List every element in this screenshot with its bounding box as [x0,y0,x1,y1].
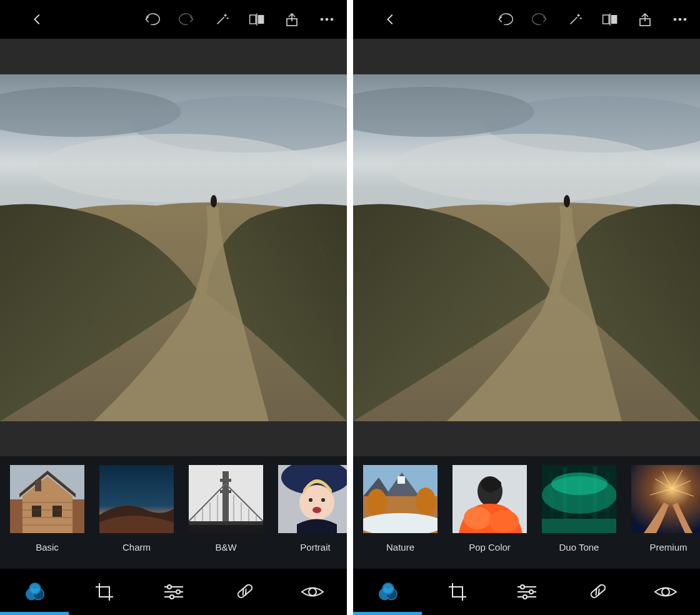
svg-rect-2 [258,15,264,24]
heal-tool-icon[interactable] [224,573,262,611]
svg-point-6 [321,18,324,21]
svg-point-60 [29,583,41,594]
back-icon[interactable] [29,11,46,28]
auto-enhance-icon[interactable] [213,11,231,28]
filter-basic-thumb [10,465,84,533]
svg-point-127 [521,585,524,589]
crop-tool-icon[interactable] [439,573,476,611]
auto-enhance-icon[interactable] [566,11,584,28]
filter-charm-thumb [99,465,174,533]
bottom-toolbar [353,569,700,615]
bottom-toolbar [0,569,347,615]
share-icon[interactable] [636,11,654,28]
filter-label: Duo Tone [559,542,599,552]
filter-label: Pop Color [469,542,511,552]
photo-canvas-area [0,39,347,456]
screen-right: Nature Pop Color [353,0,700,615]
filter-category-row[interactable]: Basic Charm [0,456,347,569]
filter-label: Premium [649,542,687,552]
svg-point-131 [523,595,527,599]
filter-basic[interactable]: Basic [5,465,89,552]
looks-tool-icon[interactable] [369,573,407,611]
redeye-tool-icon[interactable] [647,573,684,611]
edited-photo[interactable] [353,74,700,421]
svg-rect-30 [52,506,62,517]
svg-point-7 [326,18,329,21]
filter-label: Basic [36,542,59,552]
compare-icon[interactable] [248,11,266,28]
svg-point-129 [529,590,533,594]
undo-icon[interactable] [143,11,161,28]
redo-icon[interactable] [531,11,549,28]
filter-duotone[interactable]: Duo Tone [537,465,621,552]
filter-popcolor[interactable]: Pop Color [448,465,532,552]
top-toolbar [0,0,347,39]
filter-label: B&W [215,542,236,552]
svg-point-66 [170,595,174,599]
svg-point-83 [391,134,666,202]
compare-icon[interactable] [601,11,619,28]
svg-rect-29 [32,506,41,517]
svg-rect-132 [589,584,606,599]
svg-point-101 [416,488,436,515]
svg-point-55 [309,498,312,502]
filter-bw-thumb [189,465,263,533]
filter-bw[interactable]: B&W [184,465,268,552]
svg-rect-98 [398,476,405,484]
filter-category-row[interactable]: Nature Pop Color [353,456,700,569]
svg-point-62 [168,585,171,589]
looks-tool-icon[interactable] [16,573,54,611]
svg-rect-115 [542,519,616,533]
filter-premium-thumb [631,465,700,533]
svg-point-77 [674,18,677,21]
crop-tool-icon[interactable] [86,573,123,611]
back-icon[interactable] [382,11,399,28]
edited-photo[interactable] [0,74,347,421]
svg-point-8 [331,18,334,21]
top-toolbar [353,0,700,39]
share-icon[interactable] [283,11,301,28]
more-icon[interactable] [671,11,689,28]
svg-point-64 [176,590,180,594]
screen-left: Basic Charm [0,0,347,615]
svg-rect-41 [220,490,231,493]
svg-line-0 [218,17,224,24]
heal-tool-icon[interactable] [578,573,615,611]
filter-duotone-thumb [542,465,616,533]
filter-charm[interactable]: Charm [94,465,179,552]
svg-rect-51 [189,525,263,533]
svg-line-71 [571,17,578,24]
active-tool-underline [353,612,422,615]
filter-label: Charm [122,542,151,552]
svg-point-56 [321,498,325,502]
svg-rect-116 [631,465,700,533]
svg-point-105 [464,507,491,529]
filter-nature[interactable]: Nature [358,465,442,552]
more-icon[interactable] [318,11,336,28]
filter-nature-thumb [363,465,438,533]
undo-icon[interactable] [496,11,514,28]
redo-icon[interactable] [178,11,196,28]
filter-premium[interactable]: Premium [626,465,700,552]
svg-rect-73 [611,15,618,24]
svg-rect-72 [603,15,609,24]
adjust-tool-icon[interactable] [155,573,192,611]
svg-point-114 [551,472,608,495]
active-tool-underline [0,612,69,615]
filter-label: Nature [386,542,414,552]
photo-canvas-area [353,39,700,456]
svg-point-106 [489,510,519,532]
svg-point-100 [367,489,387,516]
svg-rect-32 [35,480,41,491]
svg-rect-50 [189,521,263,525]
svg-rect-67 [236,584,252,599]
svg-point-78 [679,18,682,21]
svg-point-125 [382,583,394,594]
svg-point-79 [684,18,687,21]
svg-point-13 [211,195,217,208]
redeye-tool-icon[interactable] [294,573,331,611]
svg-point-84 [564,195,570,208]
filter-portrait[interactable]: Portrait [273,465,347,552]
filter-popcolor-thumb [452,465,527,533]
adjust-tool-icon[interactable] [508,573,546,611]
